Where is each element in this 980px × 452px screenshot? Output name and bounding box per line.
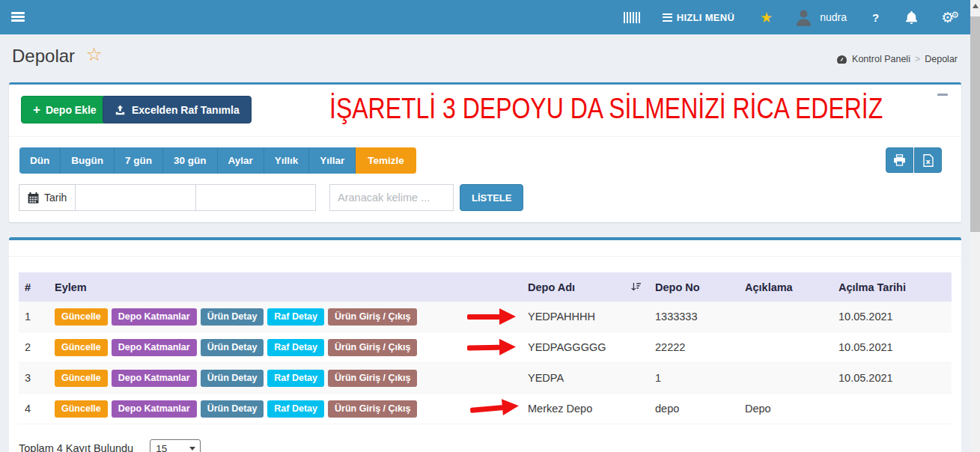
calendar-icon	[28, 192, 39, 204]
favorites-star-icon[interactable]: ★	[760, 9, 773, 26]
action-button-4[interactable]: Ürün Giriş / Çıkış	[328, 400, 417, 418]
action-button-2[interactable]: Ürün Detay	[201, 370, 264, 387]
clear-filter-button[interactable]: Temizle	[356, 147, 416, 174]
range-filter-button-4[interactable]: Aylar	[218, 147, 264, 174]
marker-arrow-icon	[466, 338, 516, 355]
action-button-1[interactable]: Depo Katmanlar	[112, 370, 197, 387]
favorite-page-star-icon[interactable]: ☆	[86, 43, 103, 64]
list-button[interactable]: LİSTELE	[460, 184, 523, 211]
action-button-4[interactable]: Ürün Giriş / Çıkış	[328, 308, 417, 326]
export-buttons: x	[886, 147, 942, 173]
range-filter-button-6[interactable]: Yıllar	[309, 147, 356, 174]
range-filter-button-3[interactable]: 30 gün	[163, 147, 218, 174]
scrollbar-thumb[interactable]	[970, 16, 980, 232]
table-footer: Toplam 4 Kayıt Bulundu 15	[19, 439, 952, 452]
vertical-scrollbar[interactable]	[970, 0, 980, 452]
depot-name: YEDPAGGGGG	[528, 341, 606, 353]
action-button-1[interactable]: Depo Katmanlar	[112, 308, 197, 326]
action-button-1[interactable]: Depo Katmanlar	[112, 339, 197, 356]
table-row: 2 GüncelleDepo KatmanlarÜrün DetayRaf De…	[19, 332, 952, 363]
action-button-3[interactable]: Raf Detay	[267, 308, 324, 326]
table-panel-header	[9, 240, 961, 257]
sidebar-toggle-icon[interactable]	[11, 12, 25, 22]
scroll-up-arrow-icon[interactable]	[973, 4, 979, 8]
action-button-1[interactable]: Depo Katmanlar	[112, 400, 197, 418]
app-screen: HIZLI MENÜ ★ nudra ? ⚙⚙ Depolar ☆	[0, 0, 980, 452]
date-start-input[interactable]	[75, 184, 195, 211]
depot-name: YEDPA	[528, 372, 564, 384]
search-input[interactable]	[329, 184, 454, 211]
collapse-minus-icon[interactable]	[937, 94, 948, 96]
date-end-input[interactable]	[195, 184, 316, 211]
action-button-3[interactable]: Raf Detay	[267, 339, 324, 356]
col-header-depo-no[interactable]: Depo No	[649, 281, 739, 293]
range-filter-button-5[interactable]: Yıllık	[264, 147, 310, 174]
help-icon[interactable]: ?	[872, 11, 879, 24]
printer-icon	[893, 154, 906, 166]
depot-name: Merkez Depo	[528, 403, 592, 415]
date-range-filter-row: DünBugün7 gün30 günAylarYıllıkYıllarTemi…	[19, 147, 951, 174]
action-button-2[interactable]: Ürün Detay	[201, 400, 264, 418]
dashboard-icon	[836, 55, 847, 64]
excel-file-icon: x	[923, 154, 934, 167]
range-filter-button-1[interactable]: Bugün	[61, 147, 115, 174]
range-filter-button-2[interactable]: 7 gün	[115, 147, 163, 174]
barcode-icon[interactable]	[624, 12, 640, 23]
search-row: Tarih LİSTELE	[19, 184, 951, 211]
depot-open-date: 10.05.2021	[833, 311, 952, 323]
row-index: 1	[19, 311, 47, 323]
col-header-aciklama[interactable]: Açıklama	[739, 281, 833, 293]
table-row: 3 GüncelleDepo KatmanlarÜrün DetayRaf De…	[19, 363, 952, 394]
filter-panel: + Depo Ekle Excelden Raf Tanımla İŞARETL…	[9, 82, 961, 222]
action-button-3[interactable]: Raf Detay	[267, 370, 324, 387]
row-index: 4	[19, 403, 47, 415]
col-header-acilma-tarihi[interactable]: Açılma Tarihi	[833, 281, 952, 293]
notifications-bell-icon[interactable]	[906, 11, 917, 24]
row-actions: GüncelleDepo KatmanlarÜrün DetayRaf Deta…	[47, 370, 522, 387]
row-actions: GüncelleDepo KatmanlarÜrün DetayRaf Deta…	[47, 400, 522, 418]
action-button-4[interactable]: Ürün Giriş / Çıkış	[328, 370, 417, 387]
row-depot-name-cell: YEDPAHHHH	[522, 311, 649, 323]
depot-name: YEDPAHHHH	[528, 311, 595, 323]
top-navbar: HIZLI MENÜ ★ nudra ? ⚙⚙	[0, 0, 980, 34]
print-button[interactable]	[886, 147, 913, 173]
depot-no: 1	[649, 372, 739, 384]
action-button-3[interactable]: Raf Detay	[267, 400, 324, 418]
username[interactable]: nudra	[820, 11, 847, 23]
excel-shelf-import-button[interactable]: Excelden Raf Tanımla	[103, 96, 252, 123]
svg-text:x: x	[925, 156, 930, 165]
table-row: 1 GüncelleDepo KatmanlarÜrün DetayRaf De…	[19, 302, 952, 332]
action-button-0[interactable]: Güncelle	[55, 339, 108, 356]
table-header-row: # Eylem Depo Adı Depo No Açıklama Açılma…	[19, 272, 952, 302]
row-actions: GüncelleDepo KatmanlarÜrün DetayRaf Deta…	[47, 308, 522, 326]
action-button-2[interactable]: Ürün Detay	[201, 308, 264, 326]
breadcrumb-separator: >	[915, 54, 920, 64]
depot-description: Depo	[739, 403, 833, 415]
col-header-eylem[interactable]: Eylem	[47, 281, 522, 293]
plus-icon: +	[33, 103, 40, 117]
settings-cogs-icon[interactable]: ⚙⚙	[941, 10, 959, 25]
col-header-index[interactable]: #	[19, 281, 47, 293]
panel-header-row: + Depo Ekle Excelden Raf Tanımla İŞARETL…	[9, 85, 961, 137]
row-depot-name-cell: YEDPA	[522, 372, 649, 384]
row-depot-name-cell: YEDPAGGGGG	[522, 341, 649, 353]
date-range-group: Tarih	[19, 184, 316, 211]
add-depot-button[interactable]: + Depo Ekle	[21, 96, 109, 123]
upload-icon	[115, 105, 126, 115]
action-button-4[interactable]: Ürün Giriş / Çıkış	[328, 339, 417, 356]
excel-export-button[interactable]: x	[914, 147, 942, 173]
action-button-0[interactable]: Güncelle	[55, 308, 108, 326]
page-header: Depolar ☆ Kontrol Paneli > Depolar	[12, 43, 958, 75]
breadcrumb-home-link[interactable]: Kontrol Paneli	[852, 54, 910, 64]
action-button-2[interactable]: Ürün Detay	[201, 339, 264, 356]
menu-bars-icon	[663, 13, 672, 22]
page-size-select[interactable]: 15	[150, 439, 201, 452]
quick-menu-button[interactable]: HIZLI MENÜ	[663, 12, 734, 23]
col-header-depo-adi[interactable]: Depo Adı	[522, 281, 649, 293]
user-avatar-icon[interactable]	[794, 7, 814, 28]
range-filter-button-0[interactable]: Dün	[19, 147, 61, 174]
action-button-0[interactable]: Güncelle	[55, 400, 108, 418]
depot-no: 1333333	[649, 311, 739, 323]
action-button-0[interactable]: Güncelle	[55, 370, 108, 387]
row-index: 3	[19, 372, 47, 384]
